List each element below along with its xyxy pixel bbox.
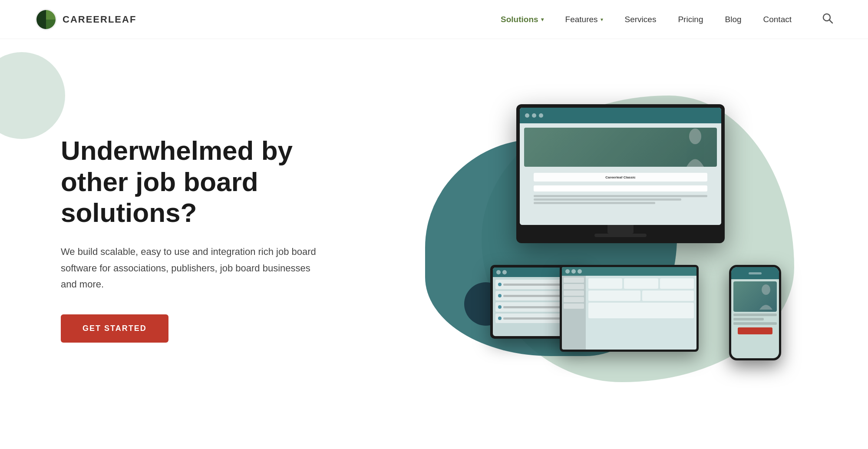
monitor-mockup: Careerleaf Classic [516, 104, 725, 243]
devices-mockup: Careerleaf Classic [490, 104, 785, 365]
desktop-wide-mockup [560, 265, 699, 352]
phone-mockup [729, 265, 781, 360]
svg-point-3 [689, 129, 701, 144]
hero-section: Underwhelmed by other job board solution… [0, 39, 868, 430]
monitor-screen: Careerleaf Classic [520, 108, 721, 225]
hero-title: Underwhelmed by other job board solution… [61, 135, 356, 228]
nav-features[interactable]: Features ▾ [565, 15, 603, 24]
screen-hero-image [524, 128, 717, 167]
search-icon[interactable] [822, 13, 833, 26]
desktop-screen [562, 267, 696, 350]
screen-dot-3 [539, 113, 543, 118]
screen-text-block [534, 195, 707, 205]
monitor-base [594, 234, 647, 237]
nav-contact[interactable]: Contact [763, 15, 792, 24]
careerleaf-logo-icon [35, 8, 57, 31]
hero-left-content: Underwhelmed by other job board solution… [61, 135, 356, 342]
nav-services[interactable]: Services [625, 15, 657, 24]
hero-subtitle: We build scalable, easy to use and integ… [61, 244, 321, 292]
phone-screen-button [738, 327, 772, 334]
solutions-chevron-icon: ▾ [541, 17, 544, 23]
monitor-stand [607, 225, 634, 234]
phone-screen [731, 267, 779, 358]
nav-pricing[interactable]: Pricing [678, 15, 703, 24]
get-started-button[interactable]: GET STARTED [61, 314, 168, 343]
logo-text: CAREERLEAF [63, 14, 136, 25]
blob-decoration-top-left [0, 52, 65, 139]
screen-title-bar: Careerleaf Classic [534, 173, 707, 182]
features-chevron-icon: ▾ [601, 17, 603, 23]
svg-point-4 [762, 284, 770, 295]
logo-area[interactable]: CAREERLEAF [35, 8, 136, 31]
screen-dot-1 [525, 113, 529, 118]
main-nav: Solutions ▾ Features ▾ Services Pricing … [501, 13, 833, 26]
screen-search-bar [534, 185, 707, 191]
phone-screen-image [733, 281, 777, 312]
svg-line-2 [829, 20, 832, 23]
hero-illustration: Careerleaf Classic [416, 87, 807, 391]
nav-blog[interactable]: Blog [725, 15, 741, 24]
nav-solutions[interactable]: Solutions ▾ [501, 15, 544, 24]
site-header: CAREERLEAF Solutions ▾ Features ▾ Servic… [0, 0, 868, 39]
screen-dot-2 [532, 113, 536, 118]
